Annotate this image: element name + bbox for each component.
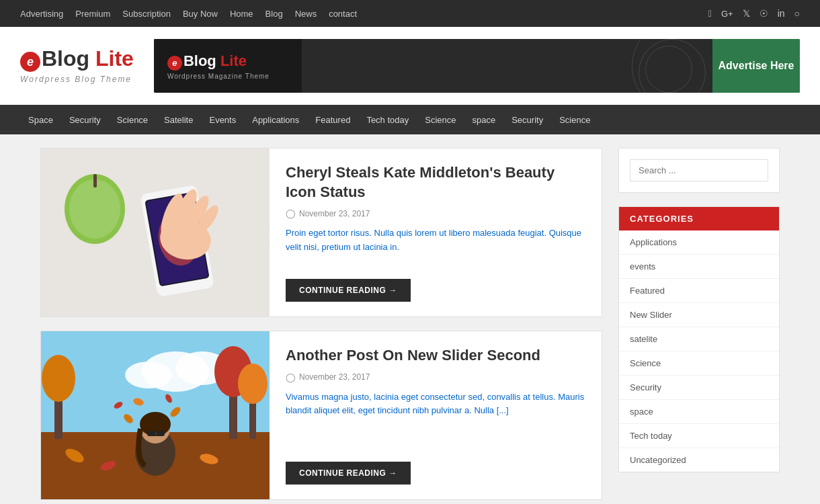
instagram-icon[interactable]: ○ [794, 8, 800, 19]
search-box [618, 148, 780, 193]
clock-icon-1: ◯ [286, 208, 296, 218]
top-navigation: Advertising Premium Subscription Buy Now… [0, 0, 820, 27]
nav-buynow[interactable]: Buy Now [183, 9, 218, 19]
circle-3 [645, 46, 692, 93]
nav-science2[interactable]: Science [417, 105, 464, 134]
svg-point-16 [125, 362, 172, 388]
nav-applications[interactable]: Applications [244, 105, 307, 134]
svg-point-2 [69, 179, 120, 239]
banner-tagline: Wordpress Magazine Theme [167, 73, 288, 80]
category-featured[interactable]: Featured [619, 279, 779, 303]
nav-space2[interactable]: space [464, 105, 504, 134]
nav-news[interactable]: News [295, 9, 317, 19]
post-content-2: Another Post On New Slider Second ◯ Nove… [270, 331, 602, 499]
category-satelite[interactable]: satelite [619, 327, 779, 351]
rss-icon[interactable]: ☉ [760, 8, 768, 19]
post-date-1: November 23, 2017 [299, 209, 370, 218]
logo-tagline: Wordpress Blog Theme [20, 75, 132, 84]
svg-rect-31 [157, 431, 165, 436]
nav-satelite[interactable]: Satelite [156, 105, 201, 134]
continue-reading-button-2[interactable]: CONTINUE READING → [286, 462, 411, 485]
svg-point-29 [140, 412, 171, 436]
category-space[interactable]: space [619, 400, 779, 424]
linkedin-icon[interactable]: in [778, 8, 785, 19]
nav-security[interactable]: Security [61, 105, 109, 134]
top-nav-links: Advertising Premium Subscription Buy Now… [20, 9, 357, 19]
svg-point-23 [238, 364, 268, 404]
nav-featured[interactable]: Featured [307, 105, 358, 134]
banner-logo-text: eBlog Lite [167, 52, 288, 71]
categories-list: Applications events Featured New Slider … [619, 230, 779, 472]
nav-security2[interactable]: Security [503, 105, 551, 134]
search-input[interactable] [630, 159, 768, 181]
post-image-2 [41, 331, 270, 499]
category-science[interactable]: Science [619, 351, 779, 376]
svg-rect-3 [93, 174, 97, 187]
twitter-icon[interactable]: 𝕏 [743, 8, 750, 19]
nav-techtoday[interactable]: Tech today [358, 105, 417, 134]
categories-widget: CATEGORIES Applications events Featured … [618, 206, 780, 472]
post-excerpt-2: Vivamus magna justo, lacinia eget consec… [286, 390, 585, 448]
main-wrapper: Cheryl Steals Kate Middleton's Beauty Ic… [20, 148, 800, 504]
advertisement-banner[interactable]: eBlog Lite Wordpress Magazine Theme Adve… [154, 39, 800, 93]
clock-icon-2: ◯ [286, 372, 296, 382]
banner-decoration [302, 39, 712, 93]
post-excerpt-1: Proin eget tortor risus. Nulla quis lore… [286, 226, 585, 265]
social-icons:  G+ 𝕏 ☉ in ○ [708, 8, 800, 19]
nav-contact[interactable]: contact [329, 9, 357, 19]
banner-logo-e: e [167, 56, 182, 71]
logo-lite-text: Lite [95, 46, 134, 71]
svg-rect-30 [147, 431, 155, 436]
posts-area: Cheryl Steals Kate Middleton's Beauty Ic… [40, 148, 602, 504]
banner-circles [578, 39, 712, 93]
category-techtoday[interactable]: Tech today [619, 424, 779, 448]
svg-point-19 [42, 355, 75, 402]
post-meta-1: ◯ November 23, 2017 [286, 208, 585, 218]
category-applications[interactable]: Applications [619, 230, 779, 255]
site-logo[interactable]: eBlog Lite [20, 48, 134, 72]
category-newslider[interactable]: New Slider [619, 303, 779, 327]
post-title-1[interactable]: Cheryl Steals Kate Middleton's Beauty Ic… [286, 163, 585, 202]
banner-logo: eBlog Lite Wordpress Magazine Theme [154, 39, 302, 93]
nav-blog[interactable]: Blog [265, 9, 283, 19]
post-illustration-1 [41, 149, 270, 317]
facebook-icon[interactable]:  [708, 8, 712, 19]
site-header: eBlog Lite Wordpress Blog Theme eBlog Li… [0, 27, 820, 105]
post-image-1 [41, 149, 270, 317]
banner-lite: Lite [220, 52, 247, 69]
categories-title: CATEGORIES [619, 207, 779, 230]
continue-reading-button-1[interactable]: CONTINUE READING → [286, 279, 411, 302]
nav-space[interactable]: Space [20, 105, 61, 134]
nav-advertising[interactable]: Advertising [20, 9, 63, 19]
logo-area: eBlog Lite Wordpress Blog Theme [20, 48, 134, 84]
nav-premium[interactable]: Premium [75, 9, 110, 19]
nav-home[interactable]: Home [230, 9, 253, 19]
nav-science[interactable]: Science [109, 105, 156, 134]
post-title-2[interactable]: Another Post On New Slider Second [286, 346, 585, 366]
logo-blog-text: Blog [42, 46, 89, 71]
banner-blog: Blog [183, 52, 216, 69]
nav-science3[interactable]: Science [551, 105, 598, 134]
nav-events[interactable]: Events [201, 105, 244, 134]
post-meta-2: ◯ November 23, 2017 [286, 372, 585, 382]
post-date-2: November 23, 2017 [299, 372, 370, 382]
category-events[interactable]: events [619, 255, 779, 279]
post-card: Cheryl Steals Kate Middleton's Beauty Ic… [40, 148, 602, 317]
googleplus-icon[interactable]: G+ [721, 9, 733, 19]
advertise-here-button[interactable]: Advertise Here [712, 39, 800, 93]
category-uncategorized[interactable]: Uncategorized [619, 448, 779, 472]
logo-e-icon: e [20, 52, 40, 72]
post-content-1: Cheryl Steals Kate Middleton's Beauty Ic… [270, 149, 602, 317]
post-card-2: Another Post On New Slider Second ◯ Nove… [40, 331, 602, 500]
nav-subscription[interactable]: Subscription [122, 9, 171, 19]
category-security[interactable]: Security [619, 376, 779, 400]
sidebar: CATEGORIES Applications events Featured … [618, 148, 780, 504]
post-illustration-2 [41, 331, 270, 499]
secondary-navigation: Space Security Science Satelite Events A… [0, 105, 820, 134]
